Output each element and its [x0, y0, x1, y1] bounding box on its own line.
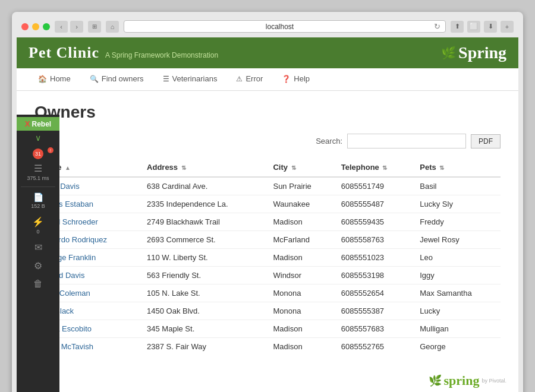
- table-row: David Schroeder2749 Blackhawk TrailMadis…: [34, 213, 501, 231]
- col-header-telephone[interactable]: Telephone ⇅: [335, 158, 414, 177]
- xrebel-gear-icon: ⚙: [34, 260, 42, 271]
- page-content: Owners Search: PDF Name ▲ Address: [17, 91, 518, 367]
- xrebel-header: X Rebel: [17, 117, 59, 131]
- pdf-button[interactable]: PDF: [471, 134, 501, 148]
- cell-city: Madison: [267, 320, 335, 338]
- share-button[interactable]: ⬆: [451, 21, 464, 33]
- cell-pets: Lucky: [414, 302, 501, 320]
- footer-spring-label: spring: [444, 373, 480, 388]
- table-row: Harold Davis563 Friendly St.Windsor60855…: [34, 267, 501, 284]
- new-tab-button[interactable]: +: [501, 21, 514, 33]
- fullscreen-button[interactable]: ⬜: [467, 21, 480, 33]
- toolbar-right: ⬆ ⬜ ⬇ +: [451, 21, 514, 33]
- cell-address: 2387 S. Fair Way: [141, 338, 267, 356]
- table-row: Maria Escobito345 Maple St.Madison608555…: [34, 320, 501, 338]
- sort-address-icon: ⇅: [181, 165, 186, 171]
- table-row: Peter McTavish2387 S. Fair WayMadison608…: [34, 338, 501, 356]
- cell-pets: Jewel Rosy: [414, 231, 501, 249]
- col-header-city[interactable]: City ⇅: [267, 158, 335, 177]
- cell-address: 105 N. Lake St.: [141, 284, 267, 302]
- nav-find-owners-label: Find owners: [102, 74, 144, 83]
- cell-city: Madison: [267, 213, 335, 231]
- search-input[interactable]: [347, 134, 466, 148]
- xrebel-toggle[interactable]: ∨: [35, 131, 41, 145]
- xrebel-doc-icon: 📄: [33, 192, 43, 202]
- maximize-button[interactable]: [43, 23, 50, 30]
- search-bar: Search: PDF: [34, 134, 501, 148]
- address-bar-wrap: localhost ↻: [124, 20, 446, 33]
- cell-address: 110 W. Liberty St.: [141, 249, 267, 267]
- minimize-button[interactable]: [32, 23, 39, 30]
- address-bar[interactable]: localhost: [129, 23, 430, 31]
- xrebel-item-settings[interactable]: ⚙: [17, 257, 59, 275]
- xrebel-divider-1: [21, 186, 55, 187]
- browser-content: Pet Clinic A Spring Framework Demonstrat…: [17, 37, 518, 392]
- traffic-lights: [21, 23, 50, 30]
- download-button[interactable]: ⬇: [484, 21, 497, 33]
- nav-find-owners[interactable]: 🔍 Find owners: [80, 68, 153, 90]
- page-footer: 🌿 spring by Pivotal.: [17, 367, 518, 392]
- warning-nav-icon: ⚠: [236, 75, 243, 83]
- nav-error-label: Error: [246, 74, 263, 83]
- search-label: Search:: [316, 137, 342, 146]
- petclinic-title: Pet Clinic: [29, 44, 99, 62]
- search-nav-icon: 🔍: [90, 75, 99, 83]
- xrebel-lightning-value: 0: [36, 229, 39, 235]
- cell-city: McFarland: [267, 231, 335, 249]
- cell-address: 345 Maple St.: [141, 320, 267, 338]
- cell-telephone: 6085551749: [335, 177, 414, 195]
- page-title: Owners: [34, 103, 501, 122]
- footer-leaf-icon: 🌿: [429, 374, 442, 387]
- list-nav-icon: ☰: [163, 75, 169, 83]
- nav-veterinarians[interactable]: ☰ Veterinarians: [153, 68, 227, 90]
- cell-address: 2749 Blackhawk Trail: [141, 213, 267, 231]
- nav-home[interactable]: 🏠 Home: [29, 68, 80, 90]
- xrebel-mail-icon: ✉: [34, 242, 42, 253]
- cell-pets: Mulligan: [414, 320, 501, 338]
- table-row: Eduardo Rodriquez2693 Commerce St.McFarl…: [34, 231, 501, 249]
- cell-pets: Max Samantha: [414, 284, 501, 302]
- nav-home-label: Home: [50, 74, 71, 83]
- cell-telephone: 6085559435: [335, 213, 414, 231]
- close-button[interactable]: [21, 23, 29, 30]
- refresh-button[interactable]: ↻: [434, 22, 440, 31]
- xrebel-item-mail[interactable]: ✉: [17, 238, 59, 257]
- sort-pets-icon: ⇅: [439, 165, 444, 171]
- cell-city: Sun Prairie: [267, 177, 335, 195]
- cell-city: Windsor: [267, 267, 335, 284]
- petclinic-header: Pet Clinic A Spring Framework Demonstrat…: [17, 37, 518, 68]
- table-row: Carlos Estaban2335 Independence La.Wauna…: [34, 195, 501, 213]
- petclinic-title-group: Pet Clinic A Spring Framework Demonstrat…: [29, 44, 218, 62]
- sort-city-icon: ⇅: [291, 165, 296, 171]
- xrebel-lightning-icon: ⚡: [32, 216, 44, 227]
- cell-telephone: 6085555487: [335, 195, 414, 213]
- table-header: Name ▲ Address ⇅ City ⇅ Telephone: [34, 158, 501, 177]
- xrebel-size-value: 152 B: [31, 203, 45, 209]
- owners-table: Name ▲ Address ⇅ City ⇅ Telephone: [34, 158, 501, 355]
- table-body: Betty Davis638 Cardinal Ave.Sun Prairie6…: [34, 177, 501, 355]
- browser-titlebar: ‹ › ⊞ ⌂ localhost ↻ ⬆ ⬜ ⬇ +: [17, 17, 518, 37]
- cell-telephone: 6085551023: [335, 249, 414, 267]
- xrebel-time-value: 375.1 ms: [27, 175, 49, 181]
- cell-telephone: 6085555387: [335, 302, 414, 320]
- table-row: Jeff Black1450 Oak Blvd.Monona6085555387…: [34, 302, 501, 320]
- petclinic-subtitle: A Spring Framework Demonstration: [105, 51, 218, 59]
- nav-error[interactable]: ⚠ Error: [226, 68, 272, 90]
- xrebel-item-trash[interactable]: 🗑: [17, 275, 59, 293]
- xrebel-item-requests[interactable]: 31 ☰ ! 375.1 ms: [17, 145, 59, 185]
- cell-telephone: 6085557683: [335, 320, 414, 338]
- cell-telephone: 6085552654: [335, 284, 414, 302]
- nav-help[interactable]: ❓ Help: [272, 68, 319, 90]
- col-header-address[interactable]: Address ⇅: [141, 158, 267, 177]
- nav-bar: 🏠 Home 🔍 Find owners ☰ Veterinarians ⚠ E…: [17, 68, 518, 91]
- cell-pets: Lucky Sly: [414, 195, 501, 213]
- spring-logo-text: Spring: [458, 43, 506, 62]
- col-header-pets[interactable]: Pets ⇅: [414, 158, 501, 177]
- xrebel-item-docs[interactable]: 📄 152 B: [17, 189, 59, 213]
- home-button[interactable]: ⌂: [106, 21, 119, 33]
- xrebel-badge: 31: [33, 148, 43, 159]
- view-button[interactable]: ⊞: [88, 21, 101, 33]
- xrebel-item-lightning[interactable]: ⚡ 0: [17, 213, 59, 238]
- forward-button[interactable]: ›: [70, 21, 83, 33]
- back-button[interactable]: ‹: [55, 21, 68, 33]
